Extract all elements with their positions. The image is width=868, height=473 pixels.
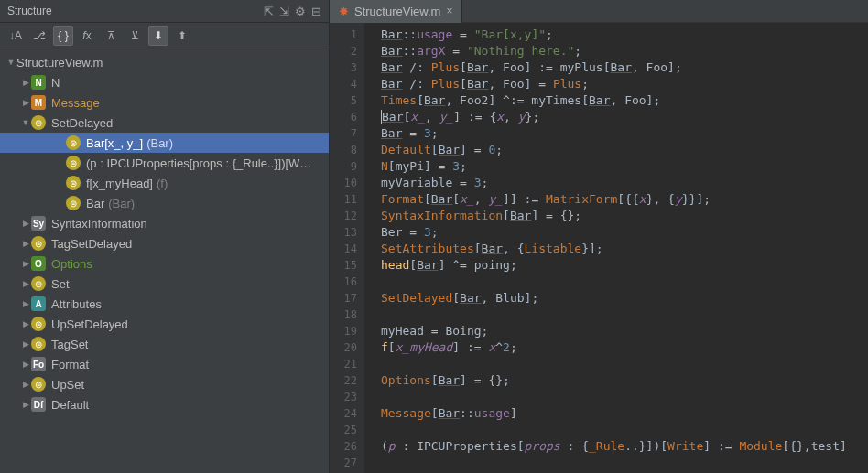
- type-badge: ⊜: [66, 135, 81, 150]
- code-line[interactable]: Times[Bar, Foo2] ^:= myTimes[Bar, Foo];: [381, 92, 868, 109]
- type-badge: M: [31, 95, 46, 110]
- code-area[interactable]: Bar::usage = "Bar[x,y]";Bar::argX = "Not…: [364, 23, 868, 473]
- tree-item[interactable]: ⊜(p : IPCUProperties[props : {_Rule..}])…: [0, 153, 329, 173]
- code-line[interactable]: SetAttributes[Bar, {Listable}];: [381, 241, 868, 257]
- code-editor[interactable]: 1234567891011121314151617181920212223242…: [330, 23, 868, 473]
- chevron-right-icon[interactable]: ▶: [20, 239, 31, 248]
- expand-all-button[interactable]: ⊻: [125, 26, 145, 46]
- code-line[interactable]: Bar::argX = "Nothing here.";: [381, 43, 868, 59]
- code-line[interactable]: Bar /: Plus[Bar, Foo] = Plus;: [381, 76, 868, 92]
- code-line[interactable]: Format[Bar[x_, y_]] := MatrixForm[{{x}, …: [381, 191, 868, 208]
- line-number: 9: [330, 158, 357, 175]
- tab-structureview[interactable]: ✸ StructureView.m ×: [330, 0, 462, 23]
- tree-root[interactable]: ▼ StructureView.m: [0, 52, 329, 72]
- chevron-down-icon[interactable]: ▼: [20, 118, 31, 127]
- tree-item[interactable]: ▶FoFormat: [0, 354, 329, 374]
- code-line[interactable]: [381, 356, 868, 372]
- export-button[interactable]: ⬆: [172, 26, 192, 46]
- code-line[interactable]: Message[Bar::usage]: [381, 405, 868, 422]
- tree-item[interactable]: ▶⊜TagSetDelayed: [0, 233, 329, 253]
- chevron-right-icon[interactable]: ▶: [20, 279, 31, 288]
- type-badge: Df: [31, 397, 46, 412]
- tree-item[interactable]: ▶MMessage: [0, 92, 329, 113]
- code-line[interactable]: [381, 422, 868, 438]
- code-line[interactable]: head[Bar] ^= poing;: [381, 257, 868, 274]
- code-line[interactable]: myVariable = 3;: [381, 175, 868, 191]
- file-icon: ✸: [339, 5, 349, 18]
- tree-item-label: Options: [51, 257, 92, 271]
- line-number: 26: [330, 438, 357, 455]
- fx-button[interactable]: fx: [77, 26, 97, 46]
- code-line[interactable]: Ber = 3;: [381, 224, 868, 241]
- line-number: 14: [330, 241, 357, 257]
- code-line[interactable]: [381, 389, 868, 405]
- line-number: 1: [330, 27, 357, 43]
- expand-icon[interactable]: ⇲: [279, 5, 289, 18]
- header-icons: ⇱ ⇲ ⚙ ⊟: [264, 5, 321, 18]
- line-number: 5: [330, 92, 357, 109]
- tree-item[interactable]: ▶AAttributes: [0, 294, 329, 314]
- code-line[interactable]: Default[Bar] = 0;: [381, 142, 868, 158]
- line-number: 24: [330, 405, 357, 422]
- code-line[interactable]: [381, 274, 868, 290]
- tree-item-label: UpSetDelayed: [51, 317, 128, 331]
- code-line[interactable]: SyntaxInformation[Bar] = {};: [381, 208, 868, 224]
- code-line[interactable]: (p : IPCUProperties[props : {_Rule..}])[…: [381, 438, 868, 455]
- type-badge: O: [31, 256, 46, 271]
- collapse-all-button[interactable]: ⊼: [101, 26, 121, 46]
- tree-item[interactable]: ⊜f[x_myHead](f): [0, 173, 329, 193]
- structure-header: Structure ⇱ ⇲ ⚙ ⊟: [0, 0, 329, 23]
- code-line[interactable]: Bar::usage = "Bar[x,y]";: [381, 27, 868, 43]
- chevron-down-icon[interactable]: ▼: [5, 58, 16, 67]
- brace-button[interactable]: { }: [53, 26, 73, 46]
- code-line[interactable]: Bar /: Plus[Bar, Foo] := myPlus[Bar, Foo…: [381, 59, 868, 76]
- tree-item[interactable]: ▼⊜SetDelayed: [0, 113, 329, 133]
- code-line[interactable]: N[myPi] = 3;: [381, 158, 868, 175]
- tree-view-button[interactable]: ⎇: [29, 26, 49, 46]
- type-badge: ⊜: [31, 115, 46, 130]
- chevron-right-icon[interactable]: ▶: [20, 98, 31, 107]
- line-number: 10: [330, 175, 357, 191]
- code-line[interactable]: Bar[x_, y_] := {x, y};: [381, 109, 868, 125]
- line-number: 11: [330, 191, 357, 208]
- code-line[interactable]: myHead = Boing;: [381, 323, 868, 339]
- tree-item[interactable]: ▶⊜Set: [0, 274, 329, 294]
- code-line[interactable]: Options[Bar] = {};: [381, 372, 868, 389]
- type-badge: Fo: [31, 357, 46, 371]
- chevron-right-icon[interactable]: ▶: [20, 360, 31, 369]
- tree-item-suffix: (Bar): [146, 136, 173, 150]
- chevron-right-icon[interactable]: ▶: [20, 219, 31, 228]
- code-line[interactable]: [381, 455, 868, 471]
- chevron-right-icon[interactable]: ▶: [20, 78, 31, 87]
- gear-icon[interactable]: ⚙: [295, 5, 306, 18]
- tree-item[interactable]: ▶SySyntaxInformation: [0, 213, 329, 233]
- tree-item-label: Bar[x_, y_]: [86, 136, 143, 150]
- collapse-icon[interactable]: ⇱: [264, 5, 274, 18]
- tree-item[interactable]: ⊜Bar(Bar): [0, 193, 329, 213]
- tree-item[interactable]: ▶OOptions: [0, 253, 329, 274]
- code-line[interactable]: Bar = 3;: [381, 125, 868, 142]
- code-line[interactable]: [381, 306, 868, 323]
- chevron-right-icon[interactable]: ▶: [20, 259, 31, 268]
- chevron-right-icon[interactable]: ▶: [20, 380, 31, 389]
- tree-item-suffix: (Bar): [108, 197, 135, 210]
- tree-item-label: Bar: [86, 197, 104, 210]
- code-line[interactable]: f[x_myHead] := x^2;: [381, 339, 868, 356]
- chevron-right-icon[interactable]: ▶: [20, 319, 31, 328]
- sort-alpha-button[interactable]: ↓A: [5, 26, 26, 46]
- code-line[interactable]: SetDelayed[Bar, Blub];: [381, 290, 868, 306]
- line-number: 13: [330, 224, 357, 241]
- hide-icon[interactable]: ⊟: [311, 5, 321, 18]
- chevron-right-icon[interactable]: ▶: [20, 400, 31, 409]
- tree-item-label: Set: [51, 277, 70, 291]
- tree-item[interactable]: ⊜Bar[x_, y_](Bar): [0, 133, 329, 153]
- chevron-right-icon[interactable]: ▶: [20, 299, 31, 308]
- close-icon[interactable]: ×: [446, 5, 452, 17]
- tree-item[interactable]: ▶⊜UpSet: [0, 374, 329, 394]
- tree-item[interactable]: ▶DfDefault: [0, 394, 329, 414]
- tree-item[interactable]: ▶⊜UpSetDelayed: [0, 314, 329, 334]
- import-button[interactable]: ⬇: [148, 26, 168, 46]
- chevron-right-icon[interactable]: ▶: [20, 339, 31, 349]
- tree-item[interactable]: ▶NN: [0, 72, 329, 92]
- tree-item[interactable]: ▶⊜TagSet: [0, 334, 329, 354]
